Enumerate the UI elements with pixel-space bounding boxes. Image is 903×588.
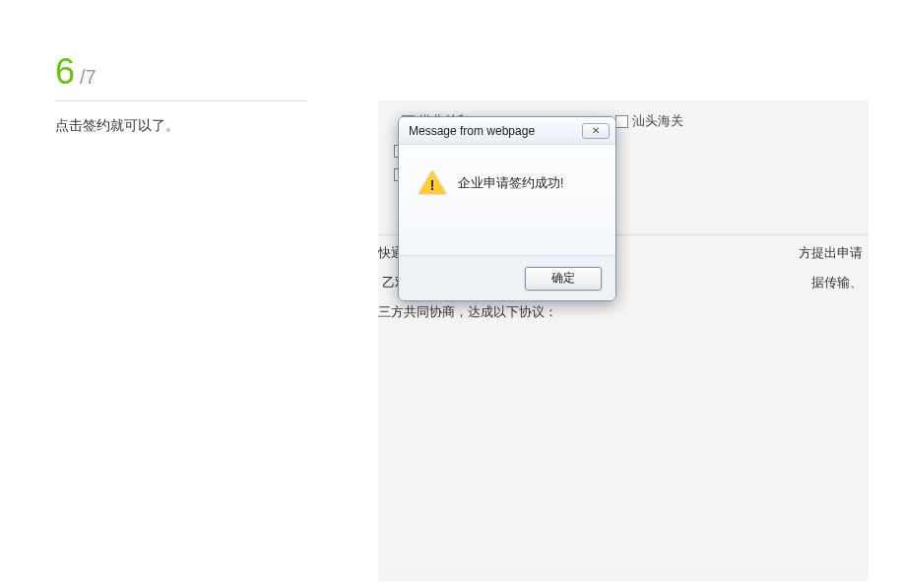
step-indicator: 6 /7 [55,51,307,93]
dialog-footer: 确定 [399,255,615,300]
step-divider [55,100,307,101]
embedded-screenshot: 拱北丝印 汕头海关 成 山 快通关 方提出申请 乙双方 据传输、 三方共同协商，… [378,100,869,581]
dialog-body: 企业申请签约成功! [399,145,615,206]
checkbox-label: 汕头海关 [632,112,683,130]
bg-text-line1-right: 方提出申请 [799,244,863,262]
close-button[interactable]: ✕ [582,123,610,139]
step-caption: 点击签约就可以了。 [55,117,307,135]
dialog-message: 企业申请签约成功! [458,175,563,192]
warning-icon [419,170,446,196]
bg-text-line2-right: 据传输、 [811,274,863,292]
close-icon: ✕ [592,125,600,136]
step-current-number: 6 [55,51,74,93]
checkbox-icon [615,115,628,128]
checkbox-item-2[interactable]: 汕头海关 [608,112,683,130]
step-panel: 6 /7 点击签约就可以了。 [55,51,307,135]
dialog-title: Message from webpage [409,124,535,138]
dialog-titlebar[interactable]: Message from webpage ✕ [399,117,615,145]
message-dialog: Message from webpage ✕ 企业申请签约成功! 确定 [398,116,616,301]
ok-button[interactable]: 确定 [525,267,602,291]
bg-text-line3: 三方共同协商，达成以下协议： [378,303,557,321]
step-total-number: /7 [80,66,97,89]
